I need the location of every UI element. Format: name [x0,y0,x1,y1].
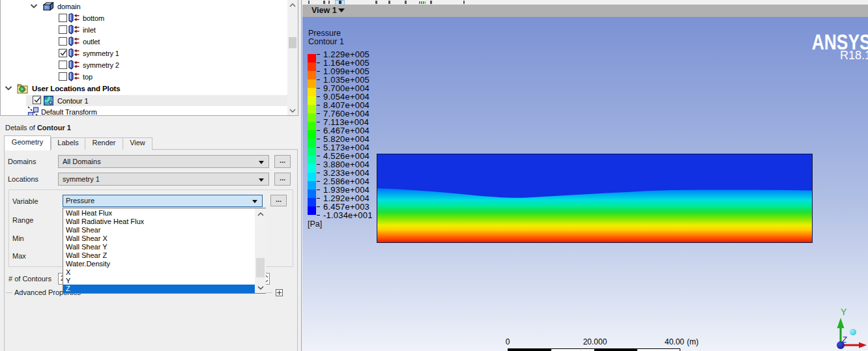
svg-text:Y: Y [841,307,847,317]
